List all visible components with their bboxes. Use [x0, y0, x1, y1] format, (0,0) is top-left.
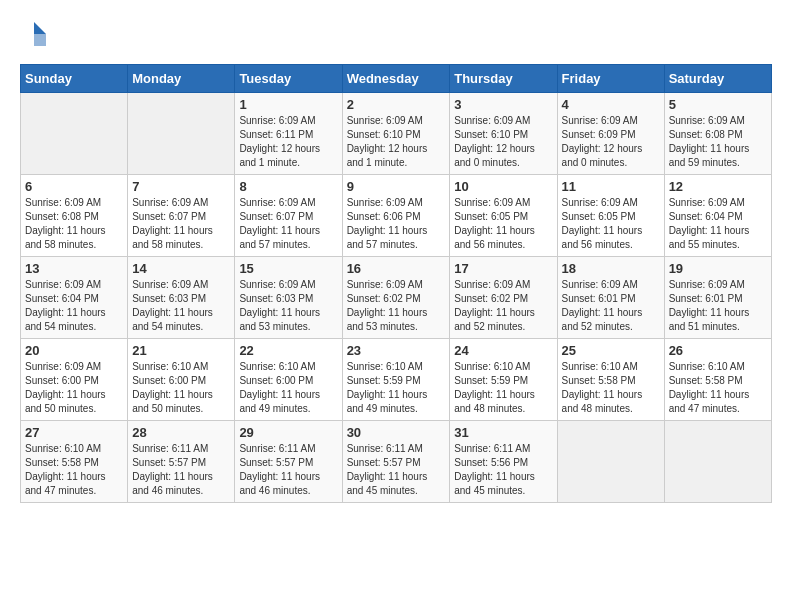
day-info: Sunrise: 6:10 AM Sunset: 5:59 PM Dayligh… [454, 360, 552, 416]
calendar-cell [21, 93, 128, 175]
day-info: Sunrise: 6:09 AM Sunset: 6:01 PM Dayligh… [562, 278, 660, 334]
day-info: Sunrise: 6:09 AM Sunset: 6:02 PM Dayligh… [454, 278, 552, 334]
calendar-cell: 20Sunrise: 6:09 AM Sunset: 6:00 PM Dayli… [21, 339, 128, 421]
calendar-cell: 24Sunrise: 6:10 AM Sunset: 5:59 PM Dayli… [450, 339, 557, 421]
day-info: Sunrise: 6:11 AM Sunset: 5:56 PM Dayligh… [454, 442, 552, 498]
day-info: Sunrise: 6:11 AM Sunset: 5:57 PM Dayligh… [239, 442, 337, 498]
day-number: 17 [454, 261, 552, 276]
day-info: Sunrise: 6:10 AM Sunset: 5:59 PM Dayligh… [347, 360, 446, 416]
calendar-cell: 1Sunrise: 6:09 AM Sunset: 6:11 PM Daylig… [235, 93, 342, 175]
calendar-header: SundayMondayTuesdayWednesdayThursdayFrid… [21, 65, 772, 93]
day-info: Sunrise: 6:09 AM Sunset: 6:11 PM Dayligh… [239, 114, 337, 170]
day-number: 4 [562, 97, 660, 112]
day-info: Sunrise: 6:09 AM Sunset: 6:03 PM Dayligh… [132, 278, 230, 334]
calendar-cell: 16Sunrise: 6:09 AM Sunset: 6:02 PM Dayli… [342, 257, 450, 339]
calendar-cell: 19Sunrise: 6:09 AM Sunset: 6:01 PM Dayli… [664, 257, 771, 339]
weekday-header: Tuesday [235, 65, 342, 93]
day-info: Sunrise: 6:09 AM Sunset: 6:00 PM Dayligh… [25, 360, 123, 416]
calendar-cell: 10Sunrise: 6:09 AM Sunset: 6:05 PM Dayli… [450, 175, 557, 257]
day-number: 1 [239, 97, 337, 112]
calendar-cell: 23Sunrise: 6:10 AM Sunset: 5:59 PM Dayli… [342, 339, 450, 421]
day-number: 28 [132, 425, 230, 440]
weekday-header: Thursday [450, 65, 557, 93]
calendar-cell: 29Sunrise: 6:11 AM Sunset: 5:57 PM Dayli… [235, 421, 342, 503]
calendar-cell: 25Sunrise: 6:10 AM Sunset: 5:58 PM Dayli… [557, 339, 664, 421]
day-number: 20 [25, 343, 123, 358]
day-number: 31 [454, 425, 552, 440]
logo-icon [20, 20, 48, 48]
calendar-cell: 30Sunrise: 6:11 AM Sunset: 5:57 PM Dayli… [342, 421, 450, 503]
day-number: 26 [669, 343, 767, 358]
calendar-cell [664, 421, 771, 503]
calendar-cell: 11Sunrise: 6:09 AM Sunset: 6:05 PM Dayli… [557, 175, 664, 257]
day-info: Sunrise: 6:11 AM Sunset: 5:57 PM Dayligh… [347, 442, 446, 498]
weekday-header: Sunday [21, 65, 128, 93]
day-info: Sunrise: 6:09 AM Sunset: 6:07 PM Dayligh… [132, 196, 230, 252]
day-info: Sunrise: 6:09 AM Sunset: 6:03 PM Dayligh… [239, 278, 337, 334]
calendar-cell: 6Sunrise: 6:09 AM Sunset: 6:08 PM Daylig… [21, 175, 128, 257]
calendar-cell: 2Sunrise: 6:09 AM Sunset: 6:10 PM Daylig… [342, 93, 450, 175]
calendar-week-row: 13Sunrise: 6:09 AM Sunset: 6:04 PM Dayli… [21, 257, 772, 339]
calendar-cell: 28Sunrise: 6:11 AM Sunset: 5:57 PM Dayli… [128, 421, 235, 503]
day-info: Sunrise: 6:09 AM Sunset: 6:09 PM Dayligh… [562, 114, 660, 170]
calendar-week-row: 27Sunrise: 6:10 AM Sunset: 5:58 PM Dayli… [21, 421, 772, 503]
calendar-week-row: 20Sunrise: 6:09 AM Sunset: 6:00 PM Dayli… [21, 339, 772, 421]
day-number: 25 [562, 343, 660, 358]
calendar-cell: 14Sunrise: 6:09 AM Sunset: 6:03 PM Dayli… [128, 257, 235, 339]
day-info: Sunrise: 6:09 AM Sunset: 6:06 PM Dayligh… [347, 196, 446, 252]
day-number: 18 [562, 261, 660, 276]
day-number: 19 [669, 261, 767, 276]
day-info: Sunrise: 6:09 AM Sunset: 6:08 PM Dayligh… [669, 114, 767, 170]
day-info: Sunrise: 6:09 AM Sunset: 6:05 PM Dayligh… [562, 196, 660, 252]
calendar-week-row: 1Sunrise: 6:09 AM Sunset: 6:11 PM Daylig… [21, 93, 772, 175]
day-number: 9 [347, 179, 446, 194]
calendar-cell: 7Sunrise: 6:09 AM Sunset: 6:07 PM Daylig… [128, 175, 235, 257]
calendar-week-row: 6Sunrise: 6:09 AM Sunset: 6:08 PM Daylig… [21, 175, 772, 257]
day-number: 21 [132, 343, 230, 358]
logo [20, 20, 52, 48]
day-number: 16 [347, 261, 446, 276]
svg-marker-1 [34, 34, 46, 46]
day-number: 8 [239, 179, 337, 194]
calendar-cell: 27Sunrise: 6:10 AM Sunset: 5:58 PM Dayli… [21, 421, 128, 503]
day-number: 30 [347, 425, 446, 440]
day-number: 14 [132, 261, 230, 276]
day-number: 29 [239, 425, 337, 440]
weekday-header: Saturday [664, 65, 771, 93]
calendar-cell: 18Sunrise: 6:09 AM Sunset: 6:01 PM Dayli… [557, 257, 664, 339]
calendar-cell: 12Sunrise: 6:09 AM Sunset: 6:04 PM Dayli… [664, 175, 771, 257]
day-number: 12 [669, 179, 767, 194]
calendar-cell: 13Sunrise: 6:09 AM Sunset: 6:04 PM Dayli… [21, 257, 128, 339]
day-number: 24 [454, 343, 552, 358]
calendar-cell: 9Sunrise: 6:09 AM Sunset: 6:06 PM Daylig… [342, 175, 450, 257]
calendar-cell: 26Sunrise: 6:10 AM Sunset: 5:58 PM Dayli… [664, 339, 771, 421]
calendar-cell: 15Sunrise: 6:09 AM Sunset: 6:03 PM Dayli… [235, 257, 342, 339]
page-header [20, 20, 772, 48]
day-number: 10 [454, 179, 552, 194]
day-info: Sunrise: 6:11 AM Sunset: 5:57 PM Dayligh… [132, 442, 230, 498]
calendar-cell: 4Sunrise: 6:09 AM Sunset: 6:09 PM Daylig… [557, 93, 664, 175]
calendar-cell: 17Sunrise: 6:09 AM Sunset: 6:02 PM Dayli… [450, 257, 557, 339]
day-number: 3 [454, 97, 552, 112]
calendar-cell [557, 421, 664, 503]
day-info: Sunrise: 6:10 AM Sunset: 5:58 PM Dayligh… [25, 442, 123, 498]
day-info: Sunrise: 6:09 AM Sunset: 6:10 PM Dayligh… [454, 114, 552, 170]
calendar-cell: 22Sunrise: 6:10 AM Sunset: 6:00 PM Dayli… [235, 339, 342, 421]
weekday-header: Friday [557, 65, 664, 93]
day-number: 5 [669, 97, 767, 112]
calendar-cell: 21Sunrise: 6:10 AM Sunset: 6:00 PM Dayli… [128, 339, 235, 421]
day-info: Sunrise: 6:09 AM Sunset: 6:04 PM Dayligh… [25, 278, 123, 334]
day-info: Sunrise: 6:09 AM Sunset: 6:07 PM Dayligh… [239, 196, 337, 252]
day-info: Sunrise: 6:09 AM Sunset: 6:04 PM Dayligh… [669, 196, 767, 252]
day-number: 7 [132, 179, 230, 194]
calendar-table: SundayMondayTuesdayWednesdayThursdayFrid… [20, 64, 772, 503]
day-info: Sunrise: 6:09 AM Sunset: 6:01 PM Dayligh… [669, 278, 767, 334]
day-info: Sunrise: 6:10 AM Sunset: 6:00 PM Dayligh… [239, 360, 337, 416]
day-info: Sunrise: 6:10 AM Sunset: 5:58 PM Dayligh… [669, 360, 767, 416]
weekday-header: Monday [128, 65, 235, 93]
day-number: 23 [347, 343, 446, 358]
svg-marker-0 [34, 22, 46, 34]
day-info: Sunrise: 6:10 AM Sunset: 6:00 PM Dayligh… [132, 360, 230, 416]
day-number: 2 [347, 97, 446, 112]
day-info: Sunrise: 6:10 AM Sunset: 5:58 PM Dayligh… [562, 360, 660, 416]
